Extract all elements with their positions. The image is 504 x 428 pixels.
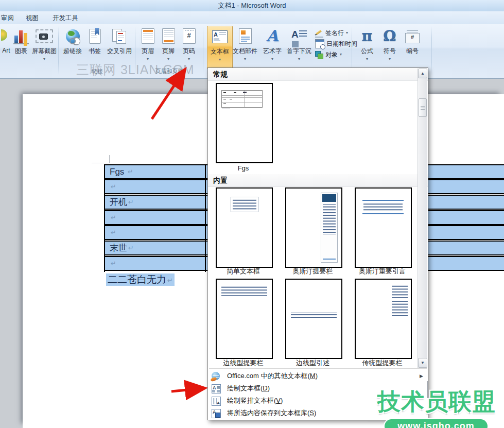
text-boundary-mark: [92, 163, 110, 163]
cell-mark-icon: ↵: [111, 260, 116, 267]
drop-cap-button[interactable]: 首字下沉 ▾: [284, 26, 314, 63]
chart-button[interactable]: 图表: [10, 26, 32, 63]
hyperlink-globe-icon: [66, 29, 80, 43]
chevron-down-icon: ▾: [167, 57, 169, 61]
footer-icon: [162, 28, 175, 44]
gallery-item-sideline-quote[interactable]: [285, 279, 342, 359]
footer-button[interactable]: 页脚 ▾: [158, 26, 179, 63]
chevron-down-icon: ▾: [340, 53, 342, 57]
header-button[interactable]: 页眉 ▾: [137, 26, 159, 63]
date-time-icon: [315, 39, 324, 48]
office-com-icon: [212, 372, 220, 380]
scroll-down-button[interactable]: ▼: [418, 358, 427, 368]
date-time-button[interactable]: 日期和时间: [315, 39, 357, 48]
chevron-down-icon: ▾: [219, 58, 221, 62]
gallery-item-label: 奥斯汀提要栏: [277, 267, 348, 276]
scroll-up-icon: ▲: [421, 71, 425, 76]
clipart-icon: [1, 28, 11, 44]
draw-textbox-icon: [212, 384, 221, 393]
tab-developer[interactable]: 开发工具: [49, 12, 81, 24]
gallery-item-label: 传统型提要栏: [347, 358, 418, 368]
draw-vertical-textbox-icon: [212, 397, 221, 406]
signature-line-button[interactable]: 签名行 ▾: [315, 28, 348, 38]
chevron-down-icon: ▾: [147, 57, 149, 61]
title-bar: 文档1 - Microsoft Word: [0, 0, 504, 11]
paragraph-mark-icon: ↵: [167, 277, 173, 284]
gallery-item-fgs[interactable]: [216, 83, 273, 163]
cell-mark-icon: ↵: [111, 214, 116, 221]
submenu-arrow-icon: ▶: [420, 370, 423, 382]
number-button[interactable]: 编号: [401, 26, 424, 63]
chevron-down-icon: ▾: [346, 31, 348, 35]
textbox-button[interactable]: 文本框 ▾: [207, 26, 233, 69]
drop-cap-icon: [291, 29, 307, 43]
selected-paragraph[interactable]: 二二苍白无力↵: [106, 273, 175, 286]
cell-mark-icon: ↵: [111, 229, 116, 236]
bookmark-icon: [89, 29, 101, 44]
crop-mark: [368, 421, 392, 421]
logo-site: www.jsgho.com: [385, 419, 488, 428]
ribbon-tab-row: 审阅 视图 开发工具: [0, 11, 504, 24]
gallery-scrollbar[interactable]: ▲ ▼: [418, 69, 427, 368]
chevron-down-icon: ▾: [244, 57, 246, 61]
fgs-thumbnail-sketch: [221, 90, 263, 108]
chevron-down-icon: ▾: [188, 57, 190, 61]
textbox-gallery-dropdown: 常规 Fgs 内置 简单文本框 奥斯汀提要栏 奥斯汀重要引言: [207, 67, 428, 420]
chevron-down-icon: ▾: [366, 57, 368, 61]
page-number-icon: [183, 28, 196, 44]
wordart-button[interactable]: A 艺术字 ▾: [260, 26, 284, 63]
tab-review[interactable]: 审阅: [0, 12, 17, 24]
save-to-gallery-icon: [212, 409, 221, 418]
table-column-border: [205, 164, 206, 272]
gallery-item-label: 简单文本框: [208, 267, 279, 276]
cell-mark-icon: ↵: [128, 168, 133, 176]
window-title: 文档1 - Microsoft Word: [218, 2, 286, 9]
gallery-section-builtin: 内置: [208, 174, 428, 187]
gallery-item-label: 边线型提要栏: [208, 358, 279, 368]
screenshot-icon: [36, 29, 53, 43]
menu-item-office-textboxes[interactable]: Office.com 中的其他文本框(M) ▶: [208, 370, 427, 382]
number-icon: [405, 33, 420, 43]
header-icon: [142, 28, 154, 44]
jsgho-logo: 技术员联盟 www.jsgho.com: [377, 386, 504, 428]
equation-button[interactable]: π 公式 ▾: [355, 26, 379, 63]
textbox-icon: [212, 30, 228, 43]
text-boundary-mark: [109, 155, 110, 163]
quick-parts-button[interactable]: 文档部件 ▾: [231, 26, 259, 63]
pi-icon: π: [362, 28, 373, 44]
table-left-border: [104, 164, 105, 272]
word-window: 文档1 - Microsoft Word 审阅 视图 开发工具 Art 图表 屏…: [0, 0, 504, 428]
gallery-item-label: 边线型引述: [277, 358, 348, 368]
cell-mark-icon: ↵: [128, 198, 134, 206]
chevron-down-icon: ▾: [298, 57, 300, 61]
symbol-button[interactable]: Ω 符号 ▾: [379, 26, 401, 63]
gallery-item-traditional-sidebar[interactable]: [355, 279, 412, 359]
chevron-down-icon: ▾: [43, 57, 45, 61]
scroll-up-button[interactable]: ▲: [418, 69, 427, 78]
object-icon: [315, 50, 323, 59]
hyperlink-button[interactable]: 超链接: [60, 26, 85, 63]
cell-mark-icon: ↵: [111, 183, 116, 191]
screenshot-button[interactable]: 屏幕截图 ▾: [31, 26, 58, 63]
tab-view[interactable]: 视图: [23, 12, 42, 24]
gallery-item-simple-textbox[interactable]: [216, 187, 273, 268]
gallery-item-sideline-sidebar[interactable]: [216, 279, 273, 359]
object-button[interactable]: 对象 ▾: [315, 50, 342, 59]
gallery-item-label: 奥斯汀重要引言: [347, 267, 418, 276]
crop-mark: [427, 381, 428, 398]
gallery-item-austin-sidebar[interactable]: [285, 187, 342, 268]
scrollbar-thumb[interactable]: [419, 98, 427, 117]
chevron-down-icon: ▾: [389, 57, 391, 61]
chevron-down-icon: ▾: [271, 57, 273, 61]
group-separator: [135, 26, 135, 75]
links-group-label: 链接: [60, 67, 135, 75]
cross-reference-button[interactable]: 交叉引用: [104, 26, 135, 63]
group-separator: [431, 26, 432, 75]
gallery-item-austin-quote[interactable]: [355, 187, 412, 268]
menu-separator: [209, 368, 427, 369]
cell-mark-icon: ↵: [128, 244, 134, 252]
page-number-button[interactable]: 页码 ▾: [178, 26, 200, 63]
signature-pen-icon: [315, 28, 323, 38]
header-footer-group-label: 页眉和页脚: [137, 67, 202, 75]
bookmark-button[interactable]: 书签: [84, 26, 105, 63]
